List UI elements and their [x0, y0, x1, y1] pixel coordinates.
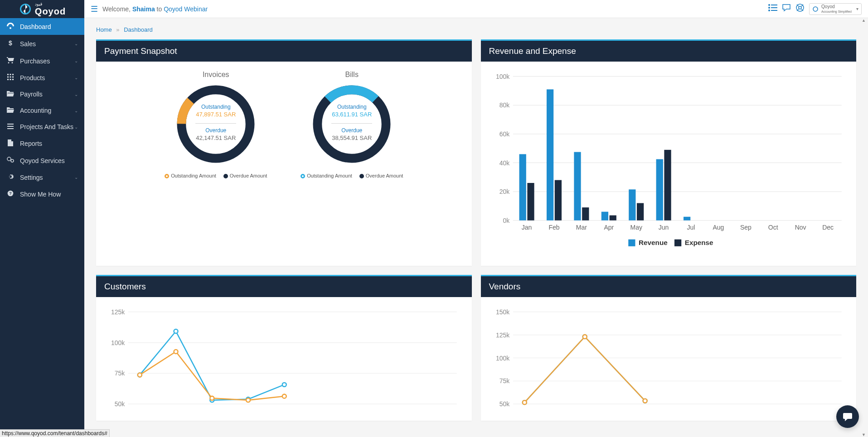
- gear-icon: [6, 173, 15, 181]
- svg-rect-63: [656, 159, 663, 221]
- svg-rect-3: [10, 74, 11, 75]
- svg-rect-6: [10, 77, 11, 78]
- breadcrumb-home[interactable]: Home: [96, 26, 112, 33]
- svg-text:Jun: Jun: [658, 224, 669, 231]
- menu-toggle-icon[interactable]: ☰: [91, 4, 98, 14]
- svg-rect-51: [546, 89, 553, 220]
- svg-text:May: May: [630, 224, 642, 231]
- sidebar-nav: Dashboard$Sales⌄Purchases⌄Products⌄Payro…: [0, 18, 84, 437]
- svg-point-14: [7, 157, 11, 161]
- org-selector[interactable]: QoyodAccounting Simplified ▾: [809, 3, 862, 15]
- gear-group-icon: [6, 157, 15, 164]
- svg-rect-64: [664, 150, 671, 221]
- breadcrumb-current[interactable]: Dashboard: [124, 26, 153, 33]
- svg-text:Jan: Jan: [521, 224, 532, 231]
- svg-text:Apr: Apr: [604, 224, 614, 231]
- chevron-down-icon: ⌄: [74, 92, 78, 97]
- svg-rect-60: [629, 189, 635, 220]
- panel-revenue-expense: Revenue and Expense 0k20k40k60k80k100kJa…: [481, 39, 857, 266]
- svg-text:Oct: Oct: [768, 224, 778, 231]
- svg-text:100k: 100k: [111, 339, 125, 346]
- svg-point-18: [768, 4, 770, 6]
- sidebar-item-payrolls[interactable]: Payrolls⌄: [0, 86, 84, 102]
- welcome-text: Welcome, Shaima to Qoyod Webinar: [102, 5, 208, 13]
- svg-text:50k: 50k: [499, 400, 509, 408]
- svg-point-15: [11, 159, 14, 162]
- svg-rect-52: [554, 180, 561, 221]
- chevron-down-icon: ⌄: [74, 125, 78, 130]
- invoices-overdue-value: 42,147.51 SAR: [196, 134, 236, 141]
- svg-text:40k: 40k: [499, 159, 509, 167]
- sidebar-item-purchases[interactable]: Purchases⌄: [0, 53, 84, 69]
- revenue-expense-chart: 0k20k40k60k80k100kJanFebMarAprMayJunJulA…: [490, 71, 848, 255]
- sidebar-item-products[interactable]: Products⌄: [0, 69, 84, 86]
- svg-point-93: [282, 394, 286, 399]
- sidebar-item-reports[interactable]: Reports: [0, 135, 84, 152]
- svg-text:50k: 50k: [115, 400, 125, 408]
- svg-point-109: [643, 399, 647, 403]
- sidebar-item-settings[interactable]: Settings⌄: [0, 169, 84, 186]
- svg-rect-49: [527, 183, 534, 221]
- panel-vendors: Vendors 50k75k100k125k150k: [481, 275, 857, 421]
- help-icon[interactable]: [795, 3, 805, 14]
- panel-payment-snapshot: Payment Snapshot Invoices: [96, 39, 472, 266]
- svg-text:Sep: Sep: [740, 224, 751, 231]
- sidebar-item-show-me-how[interactable]: ?Show Me How: [0, 186, 84, 202]
- svg-rect-61: [636, 203, 643, 220]
- svg-text:Jul: Jul: [687, 224, 695, 231]
- svg-text:60k: 60k: [499, 130, 509, 138]
- svg-point-22: [768, 10, 770, 11]
- svg-rect-4: [12, 74, 14, 75]
- welcome-org[interactable]: Qoyod Webinar: [164, 5, 208, 13]
- svg-rect-66: [683, 217, 690, 221]
- list-view-icon[interactable]: [768, 4, 777, 14]
- svg-rect-12: [7, 126, 14, 127]
- question-icon: ?: [6, 190, 15, 198]
- breadcrumb: Home » Dashboard: [96, 26, 856, 33]
- svg-point-30: [813, 7, 818, 11]
- svg-rect-55: [582, 207, 589, 221]
- sidebar-item-projects-and-tasks[interactable]: Projects And Tasks⌄: [0, 119, 84, 135]
- chevron-down-icon: ⌄: [74, 175, 78, 180]
- svg-text:Expense: Expense: [684, 239, 713, 246]
- svg-rect-10: [12, 79, 14, 80]
- svg-text:100k: 100k: [495, 73, 509, 80]
- sidebar-item-qoyod-services[interactable]: Qoyod Services: [0, 152, 84, 169]
- chevron-down-icon: ⌄: [74, 75, 78, 80]
- svg-text:0k: 0k: [503, 217, 509, 224]
- panel-title: Vendors: [481, 276, 857, 297]
- logo-name: Qoyod: [35, 6, 66, 17]
- sidebar-item-accounting[interactable]: Accounting⌄: [0, 102, 84, 119]
- chat-launcher[interactable]: [836, 405, 859, 428]
- sidebar: قيود Qoyod Dashboard$Sales⌄Purchases⌄Pro…: [0, 0, 84, 437]
- file-icon: [6, 139, 15, 148]
- svg-rect-23: [771, 10, 777, 11]
- panel-customers: Customers 50k75k100k125k: [96, 275, 472, 421]
- chevron-down-icon: ⌄: [74, 108, 78, 113]
- svg-rect-74: [674, 240, 681, 246]
- svg-point-108: [582, 335, 587, 339]
- bills-outstanding-value: 63,611.91 SAR: [332, 111, 372, 118]
- chevron-down-icon: ⌄: [74, 58, 78, 63]
- bills-legend: Outstanding Amount Overdue Amount: [291, 173, 413, 178]
- svg-rect-72: [628, 240, 635, 246]
- invoices-legend: Outstanding Amount Overdue Amount: [155, 173, 277, 178]
- svg-text:Mar: Mar: [576, 224, 587, 231]
- svg-text:Nov: Nov: [795, 224, 806, 231]
- svg-point-91: [210, 396, 214, 400]
- invoices-outstanding-value: 47,897.51 SAR: [196, 111, 236, 118]
- svg-text:Dec: Dec: [822, 224, 834, 231]
- sidebar-item-sales[interactable]: $Sales⌄: [0, 35, 84, 53]
- svg-text:?: ?: [9, 191, 12, 196]
- svg-rect-58: [609, 216, 616, 221]
- folder-open-icon: [6, 107, 15, 114]
- chat-icon[interactable]: [782, 4, 791, 14]
- invoices-donut: Invoices Outstanding 47,897.51 SAR: [155, 71, 277, 178]
- folder-open-icon: [6, 91, 15, 98]
- svg-point-25: [799, 6, 801, 9]
- brand-logo[interactable]: قيود Qoyod: [0, 0, 84, 18]
- customers-chart: 50k75k100k125k: [105, 306, 463, 410]
- panel-title: Payment Snapshot: [96, 41, 472, 62]
- svg-rect-9: [10, 79, 11, 80]
- sidebar-item-dashboard[interactable]: Dashboard: [0, 18, 84, 35]
